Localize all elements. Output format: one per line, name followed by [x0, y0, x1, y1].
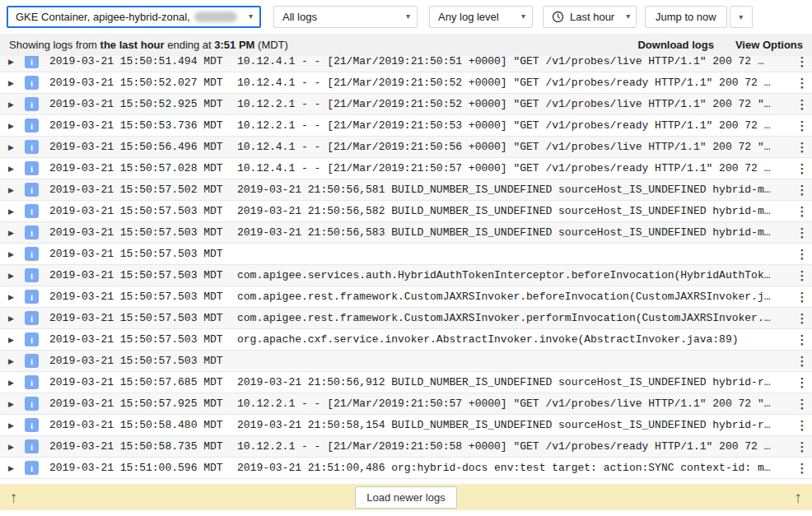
row-overflow-menu-icon[interactable]: ⋮: [792, 97, 812, 112]
log-timestamp: 2019-03-21 15:50:52.027 MDT: [49, 77, 230, 89]
log-message: 2019-03-21 21:50:56,583 BUILD_NUMBER_IS_…: [237, 226, 792, 239]
log-timestamp: 2019-03-21 15:50:56.496 MDT: [49, 141, 230, 153]
expand-arrow-icon[interactable]: ▶: [6, 122, 16, 130]
log-message: 10.12.4.1 - - [21/Mar/2019:21:50:56 +000…: [237, 141, 792, 153]
log-timestamp: 2019-03-21 15:50:57.503 MDT: [49, 355, 230, 367]
expand-arrow-icon[interactable]: ▶: [6, 443, 16, 451]
row-overflow-menu-icon[interactable]: ⋮: [792, 76, 812, 91]
log-row[interactable]: ▶ i 2019-03-21 15:50:57.503 MDT com.apig…: [0, 286, 812, 308]
expand-arrow-icon[interactable]: ▶: [6, 207, 16, 216]
chevron-down-icon: ▾: [739, 12, 743, 21]
expand-arrow-icon[interactable]: ▶: [6, 293, 16, 301]
row-overflow-menu-icon[interactable]: ⋮: [792, 290, 812, 304]
row-overflow-menu-icon[interactable]: ⋮: [792, 161, 812, 176]
log-row[interactable]: ▶ i 2019-03-21 15:50:57.028 MDT 10.12.4.…: [0, 158, 812, 179]
row-overflow-menu-icon[interactable]: ⋮: [792, 268, 812, 283]
log-message: 10.12.4.1 - - [21/Mar/2019:21:50:57 +000…: [237, 162, 792, 174]
expand-arrow-icon[interactable]: ▶: [6, 186, 16, 194]
log-row[interactable]: ▶ i 2019-03-21 15:50:53.736 MDT 10.12.2.…: [0, 115, 812, 137]
expand-arrow-icon[interactable]: ▶: [6, 336, 16, 344]
jump-to-now-menu-button[interactable]: ▾: [730, 6, 753, 28]
row-overflow-menu-icon[interactable]: ⋮: [792, 354, 812, 369]
expand-arrow-icon[interactable]: ▶: [6, 250, 16, 258]
info-severity-icon: i: [25, 268, 39, 282]
info-severity-icon: i: [25, 332, 39, 346]
resource-selector-dropdown[interactable]: GKE Container, apigee-hybrid-zonal, ▾: [7, 6, 261, 28]
log-row[interactable]: ▶ i 2019-03-21 15:50:57.925 MDT 10.12.2.…: [0, 393, 812, 415]
log-row[interactable]: ▶ i 2019-03-21 15:50:57.503 MDT com.apig…: [0, 308, 812, 329]
log-row[interactable]: ▶ i 2019-03-21 15:50:51.494 MDT 10.12.4.…: [0, 56, 812, 72]
expand-arrow-icon[interactable]: ▶: [6, 143, 16, 151]
expand-arrow-icon[interactable]: ▶: [6, 58, 16, 66]
row-overflow-menu-icon[interactable]: ⋮: [792, 140, 812, 155]
info-severity-icon: i: [25, 311, 39, 325]
log-row[interactable]: ▶ i 2019-03-21 15:50:57.503 MDT org.apac…: [0, 329, 812, 351]
resource-selector-label: GKE Container, apigee-hybrid-zonal,: [16, 11, 190, 23]
expand-arrow-icon[interactable]: ▶: [6, 379, 16, 387]
row-overflow-menu-icon[interactable]: ⋮: [792, 183, 812, 198]
download-logs-button[interactable]: Download logs: [637, 39, 713, 51]
log-row[interactable]: ▶ i 2019-03-21 15:50:58.480 MDT 2019-03-…: [0, 415, 812, 436]
log-row[interactable]: ▶ i 2019-03-21 15:50:57.502 MDT 2019-03-…: [0, 179, 812, 201]
expand-arrow-icon[interactable]: ▶: [6, 421, 16, 430]
log-row[interactable]: ▶ i 2019-03-21 15:50:56.496 MDT 10.12.4.…: [0, 137, 812, 158]
log-row[interactable]: ▶ i 2019-03-21 15:50:52.925 MDT 10.12.2.…: [0, 94, 812, 115]
expand-arrow-icon[interactable]: ▶: [6, 229, 16, 237]
row-overflow-menu-icon[interactable]: ⋮: [792, 204, 812, 219]
scroll-to-top-arrow-icon[interactable]: ↑: [795, 490, 803, 505]
log-row[interactable]: ▶ i 2019-03-21 15:50:57.503 MDT com.apig…: [0, 265, 812, 286]
jump-to-now-button[interactable]: Jump to now: [645, 6, 727, 28]
log-row[interactable]: ▶ i 2019-03-21 15:50:57.503 MDT 2019-03-…: [0, 201, 812, 222]
log-timestamp: 2019-03-21 15:50:51.494 MDT: [49, 56, 230, 67]
log-message: 2019-03-21 21:50:56,582 BUILD_NUMBER_IS_…: [237, 205, 792, 217]
time-range-dropdown[interactable]: Last hour ▾: [543, 6, 637, 28]
filter-toolbar: GKE Container, apigee-hybrid-zonal, ▾ Al…: [0, 0, 812, 33]
row-overflow-menu-icon[interactable]: ⋮: [792, 461, 812, 476]
row-overflow-menu-icon[interactable]: ⋮: [792, 439, 812, 454]
log-row[interactable]: ▶ i 2019-03-21 15:50:57.685 MDT 2019-03-…: [0, 372, 812, 393]
chevron-down-icon: ▾: [237, 12, 253, 21]
expand-arrow-icon[interactable]: ▶: [6, 314, 16, 323]
row-overflow-menu-icon[interactable]: ⋮: [792, 225, 812, 240]
expand-arrow-icon[interactable]: ▶: [6, 79, 16, 87]
log-row[interactable]: ▶ i 2019-03-21 15:50:52.027 MDT 10.12.4.…: [0, 72, 812, 94]
info-severity-icon: i: [25, 225, 39, 239]
info-severity-icon: i: [25, 375, 39, 389]
log-level-dropdown[interactable]: Any log level ▾: [429, 6, 533, 28]
log-message: 2019-03-21 21:50:56,581 BUILD_NUMBER_IS_…: [237, 184, 792, 196]
log-row[interactable]: ▶ i 2019-03-21 15:50:58.735 MDT 10.12.2.…: [0, 436, 812, 458]
newer-logs-bar: ↑ Load newer logs ↑: [0, 484, 812, 510]
load-newer-logs-button[interactable]: Load newer logs: [355, 486, 456, 509]
expand-arrow-icon[interactable]: ▶: [6, 272, 16, 280]
log-level-label: Any log level: [438, 11, 499, 23]
expand-arrow-icon[interactable]: ▶: [6, 165, 16, 173]
log-row[interactable]: ▶ i 2019-03-21 15:50:57.503 MDT ⋮: [0, 244, 812, 265]
row-overflow-menu-icon[interactable]: ⋮: [792, 397, 812, 411]
view-options-button[interactable]: View Options: [735, 39, 803, 51]
log-message: com.apigee.services.auth.HybridAuthToken…: [237, 269, 792, 281]
log-row[interactable]: ▶ i 2019-03-21 15:50:57.503 MDT ⋮: [0, 351, 812, 372]
log-row[interactable]: ▶ i 2019-03-21 15:50:57.503 MDT 2019-03-…: [0, 222, 812, 244]
expand-arrow-icon[interactable]: ▶: [6, 357, 16, 365]
row-overflow-menu-icon[interactable]: ⋮: [792, 56, 812, 69]
scroll-to-top-arrow-icon[interactable]: ↑: [10, 490, 18, 505]
log-message: 10.12.2.1 - - [21/Mar/2019:21:50:52 +000…: [237, 98, 792, 110]
log-row[interactable]: ▶ i 2019-03-21 15:51:00.596 MDT 2019-03-…: [0, 458, 812, 479]
logs-filter-dropdown[interactable]: All logs ▾: [273, 6, 418, 28]
row-overflow-menu-icon[interactable]: ⋮: [792, 418, 812, 433]
info-severity-icon: i: [25, 97, 39, 111]
row-overflow-menu-icon[interactable]: ⋮: [792, 375, 812, 390]
info-severity-icon: i: [25, 354, 39, 368]
expand-arrow-icon[interactable]: ▶: [6, 464, 16, 472]
info-severity-icon: i: [25, 119, 39, 132]
row-overflow-menu-icon[interactable]: ⋮: [792, 247, 812, 262]
expand-arrow-icon[interactable]: ▶: [6, 400, 16, 408]
row-overflow-menu-icon[interactable]: ⋮: [792, 119, 812, 133]
log-timestamp: 2019-03-21 15:50:57.503 MDT: [49, 205, 230, 217]
info-severity-icon: i: [25, 439, 39, 453]
chevron-down-icon: ▾: [614, 12, 630, 21]
expand-arrow-icon[interactable]: ▶: [6, 100, 16, 109]
log-message: 10.12.2.1 - - [21/Mar/2019:21:50:57 +000…: [237, 397, 792, 410]
row-overflow-menu-icon[interactable]: ⋮: [792, 311, 812, 326]
row-overflow-menu-icon[interactable]: ⋮: [792, 332, 812, 347]
